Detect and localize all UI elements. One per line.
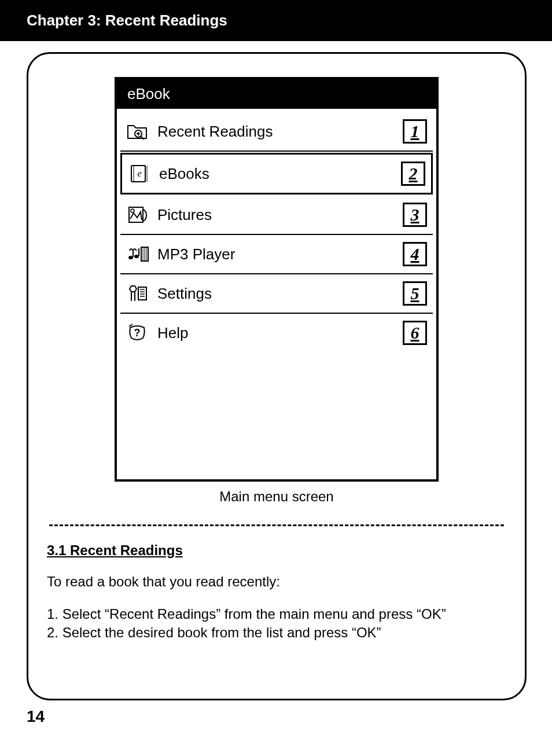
menu-item-ebooks[interactable]: e eBooks 2 xyxy=(120,153,433,194)
menu-item-pictures[interactable]: Pictures 3 xyxy=(120,196,433,235)
menu-item-number: 4 xyxy=(403,242,427,266)
menu-item-label: Recent Readings xyxy=(157,123,403,141)
menu-item-label: Help xyxy=(157,324,403,342)
svg-point-12 xyxy=(134,255,139,258)
settings-icon xyxy=(126,283,149,304)
section-steps: 1. Select “Recent Readings” from the mai… xyxy=(47,605,506,643)
menu-item-number: 1 xyxy=(403,119,427,144)
recent-readings-icon xyxy=(126,121,149,142)
help-icon: ? xyxy=(126,322,149,343)
menu-item-number: 6 xyxy=(403,321,427,345)
menu-item-settings[interactable]: Settings 5 xyxy=(120,274,433,314)
menu-item-number: 5 xyxy=(403,281,427,306)
section-heading: 3.1 Recent Readings xyxy=(47,542,506,559)
svg-text:?: ? xyxy=(134,327,141,339)
screen-caption: Main menu screen xyxy=(47,489,506,505)
menu-item-help[interactable]: ? Help 6 xyxy=(120,314,433,352)
menu-item-mp3-player[interactable]: MP3 Player 4 xyxy=(120,235,433,274)
menu-item-number: 2 xyxy=(401,162,425,186)
page-frame: eBook Recent Readings 1 xyxy=(27,52,527,700)
device-screen: eBook Recent Readings 1 xyxy=(115,77,439,482)
menu-item-recent-readings[interactable]: Recent Readings 1 xyxy=(120,112,433,152)
svg-text:e: e xyxy=(137,168,141,178)
step-item: 2. Select the desired book from the list… xyxy=(47,623,506,642)
svg-point-11 xyxy=(128,256,133,259)
pictures-icon xyxy=(126,204,149,225)
menu-list: Recent Readings 1 e eBooks 2 xyxy=(117,109,436,479)
mp3-player-icon xyxy=(126,244,149,265)
menu-item-label: MP3 Player xyxy=(157,245,403,263)
device-header: eBook xyxy=(117,79,436,109)
ebooks-icon: e xyxy=(128,163,151,184)
step-item: 1. Select “Recent Readings” from the mai… xyxy=(47,605,506,623)
menu-item-label: eBooks xyxy=(159,165,401,183)
section-divider xyxy=(49,524,504,526)
menu-item-label: Settings xyxy=(157,285,403,303)
menu-item-number: 3 xyxy=(403,203,427,227)
section-intro: To read a book that you read recently: xyxy=(47,574,506,590)
page-number: 14 xyxy=(27,707,45,726)
menu-item-label: Pictures xyxy=(157,206,403,224)
chapter-header: Chapter 3: Recent Readings xyxy=(0,0,552,41)
